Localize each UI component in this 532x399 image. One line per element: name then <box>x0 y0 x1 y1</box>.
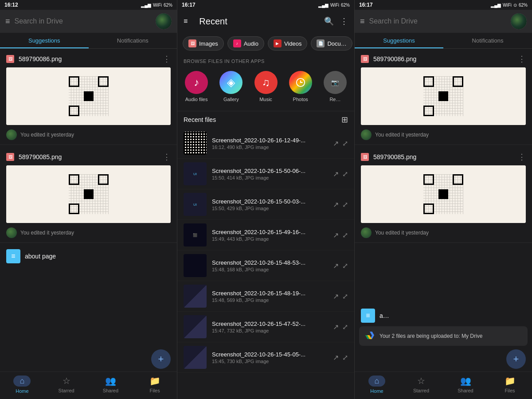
nav-starred-right[interactable]: ☆ Starred <box>399 376 443 394</box>
tab-suggestions-left[interactable]: Suggestions <box>0 33 89 48</box>
bottom-area-right: ≡ a… Your 2 files are being uploaded to:… <box>355 305 532 372</box>
expand-icon-1[interactable]: ↗ <box>333 170 339 178</box>
app-gallery[interactable]: ◈ Gallery <box>214 67 248 106</box>
search-icon-center[interactable]: 🔍 <box>324 16 334 26</box>
nav-starred-left[interactable]: ☆ Starred <box>44 376 89 394</box>
recent-file-name-3: Screenshot_2022-10-26-15-49-16-... <box>212 229 328 235</box>
nav-files-right[interactable]: 📁 Files <box>488 376 532 394</box>
expand-icon-2b[interactable]: ⤢ <box>342 200 348 209</box>
chip-audio-label: Audio <box>244 40 258 47</box>
recent-file-4[interactable]: Screenshot_2022-10-26-15-48-53-... 15:48… <box>177 250 354 281</box>
fab-button-right[interactable]: + <box>506 349 526 369</box>
app-audio-files[interactable]: ♪ Audio files <box>179 67 214 106</box>
battery-left: 62% <box>164 3 172 8</box>
chip-images[interactable]: 🖼 Images <box>183 36 224 51</box>
fab-button-left[interactable]: + <box>151 349 171 369</box>
app-photos[interactable]: Photos <box>283 67 318 106</box>
nav-shared-left[interactable]: 👥 Shared <box>89 376 133 394</box>
grid-view-icon[interactable]: ⊞ <box>341 115 348 125</box>
expand-icon-4[interactable]: ↗ <box>333 262 339 270</box>
expand-icon-1b[interactable]: ⤢ <box>342 170 348 178</box>
avatar-right[interactable] <box>511 13 527 29</box>
chip-audio[interactable]: ♪ Audio <box>227 36 264 51</box>
img-icon-1-left: 🖼 <box>6 55 14 63</box>
tab-notifications-left[interactable]: Notifications <box>89 33 177 48</box>
chip-videos[interactable]: ▶ Videos <box>268 36 308 51</box>
nav-files-label-right: Files <box>505 388 515 393</box>
recent-file-meta-3: 15:49, 443 kB, JPG image <box>212 236 328 242</box>
recent-file-0[interactable]: Screenshot_2022-10-26-16-12-49-... 16:12… <box>177 128 354 159</box>
expand-icon-3[interactable]: ↗ <box>333 231 339 239</box>
menu-icon-left[interactable]: ≡ <box>5 17 10 26</box>
wifi-icon-left: WiFi <box>153 3 162 8</box>
expand-icon-0[interactable]: ↗ <box>333 139 339 148</box>
tab-suggestions-right[interactable]: Suggestions <box>355 33 443 48</box>
recent-title-header: Recent <box>193 10 233 33</box>
menu-icon-center[interactable]: ≡ <box>184 17 188 25</box>
recent-file-name-1: Screenshot_2022-10-26-15-50-06-... <box>212 168 328 174</box>
more-menu-1-right[interactable]: ⋮ <box>518 54 526 64</box>
expand-icon-7b[interactable]: ⤢ <box>342 353 348 362</box>
recent-file-2[interactable]: UI Screenshot_2022-10-26-15-50-03-... 15… <box>177 189 354 220</box>
more-menu-2-right[interactable]: ⋮ <box>518 152 526 162</box>
more-menu-2-left[interactable]: ⋮ <box>163 152 171 162</box>
recent-file-5[interactable]: Screenshot_2022-10-26-15-48-19-... 15:48… <box>177 281 354 312</box>
tab-notifications-right[interactable]: Notifications <box>443 33 532 48</box>
app-rec[interactable]: 📷 Re… <box>318 67 352 106</box>
img-icon-2-right: 🖼 <box>361 153 369 161</box>
expand-icon-0b[interactable]: ⤢ <box>342 139 348 148</box>
recent-file-meta-1: 15:50, 414 kB, JPG image <box>212 175 328 180</box>
file-card-1-right[interactable]: 🖼 589790086.png ⋮ <box>355 49 532 145</box>
drive-logo-icon <box>364 331 375 341</box>
expand-icon-3b[interactable]: ⤢ <box>342 231 348 239</box>
expand-icon-4b[interactable]: ⤢ <box>342 262 348 270</box>
images-chip-icon: 🖼 <box>188 39 196 47</box>
expand-icon-6[interactable]: ↗ <box>333 323 339 331</box>
more-icon-center[interactable]: ⋮ <box>340 16 348 26</box>
status-icons-right: ▂▄▆ WiFi ⊙ 62% <box>491 3 528 8</box>
search-input-left[interactable] <box>15 17 151 25</box>
expand-icon-5[interactable]: ↗ <box>333 292 339 301</box>
expand-icon-2[interactable]: ↗ <box>333 200 339 209</box>
chip-docs-label: Docu… <box>327 40 346 47</box>
home-icon-left: ⌂ <box>13 376 31 387</box>
recent-thumb-4 <box>184 254 207 277</box>
rec-icon: 📷 <box>324 71 347 94</box>
home-icon-right: ⌂ <box>368 376 386 387</box>
music-icon: ♫ <box>254 71 278 94</box>
user-avatar-sm-2r <box>361 227 372 238</box>
expand-icon-7[interactable]: ↗ <box>333 353 339 362</box>
signal-icon-center: ▂▄▆ <box>318 3 329 8</box>
recent-file-1[interactable]: UI Screenshot_2022-10-26-15-50-06-... 15… <box>177 159 354 189</box>
expand-icon-6b[interactable]: ⤢ <box>342 323 348 331</box>
file-card-2-left[interactable]: 🖼 589790085.png ⋮ <box>0 147 177 243</box>
search-input-right[interactable] <box>369 17 506 25</box>
user-avatar-sm-1r <box>361 129 372 140</box>
nav-shared-right[interactable]: 👥 Shared <box>443 376 488 394</box>
file-name-1-right: 589790086.png <box>373 55 416 63</box>
recent-file-6[interactable]: Screenshot_2022-10-26-15-47-52-... 15:47… <box>177 312 354 342</box>
doc-card-left[interactable]: ≡ about page <box>0 245 177 268</box>
bottom-nav-left: ⌂ Home ☆ Starred 👥 Shared 📁 Files <box>0 372 177 399</box>
expand-icon-5b[interactable]: ⤢ <box>342 292 348 301</box>
more-menu-1-left[interactable]: ⋮ <box>163 54 171 64</box>
nav-home-right[interactable]: ⌂ Home <box>355 376 399 394</box>
app-music[interactable]: ♫ Music <box>248 67 283 106</box>
chip-docs[interactable]: 📄 Docu… <box>311 36 352 51</box>
upload-toast: Your 2 files are being uploaded to: My D… <box>359 326 528 346</box>
file-edited-2-left: You edited it yesterday <box>20 230 74 236</box>
file-card-header-1-right: 🖼 589790086.png ⋮ <box>361 54 526 64</box>
nav-files-left[interactable]: 📁 Files <box>133 376 177 394</box>
wifi-icon-right: WiFi <box>503 3 512 8</box>
file-card-1-left[interactable]: 🖼 589790086.png ⋮ <box>0 49 177 145</box>
nav-home-left[interactable]: ⌂ Home <box>0 376 44 394</box>
avatar-left[interactable] <box>156 13 172 29</box>
menu-icon-right[interactable]: ≡ <box>360 17 365 26</box>
bottom-nav-right: ⌂ Home ☆ Starred 👥 Shared 📁 Files <box>355 372 532 399</box>
rec-label: Re… <box>329 97 340 102</box>
file-card-2-right[interactable]: 🖼 589790085.png ⋮ <box>355 147 532 243</box>
recent-file-3[interactable]: ⬛ Screenshot_2022-10-26-15-49-16-... 15:… <box>177 220 354 250</box>
recent-file-meta-6: 15:47, 732 kB, JPG image <box>212 328 328 333</box>
recent-file-7[interactable]: Screenshot_2022-10-26-15-45-05-... 15:45… <box>177 342 354 373</box>
center-panel: 16:17 ▂▄▆ WiFi 62% ≡ Recent 🔍 ⋮ 🖼 Images… <box>177 0 355 399</box>
